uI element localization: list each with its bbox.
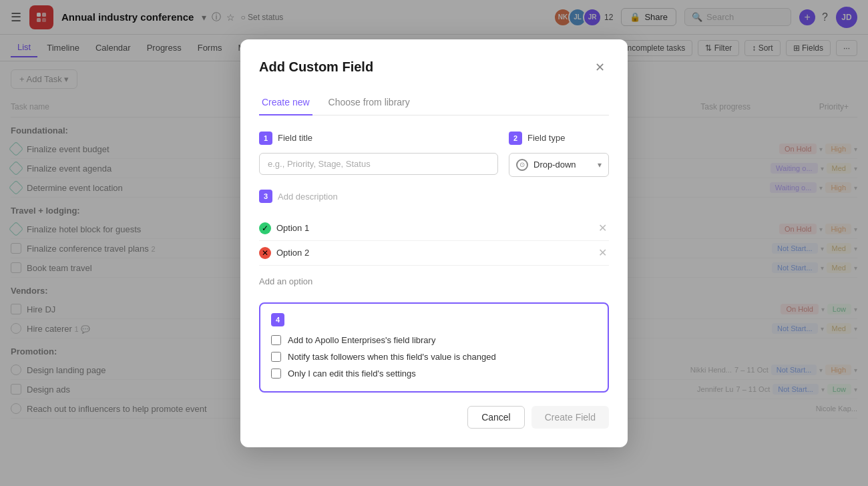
description-row: 3 Add description xyxy=(259,188,609,206)
checkbox-only-me[interactable] xyxy=(271,369,281,379)
checkbox-only-me-label: Only I can edit this field's settings xyxy=(288,369,416,379)
modal-header: Add Custom Field ✕ xyxy=(259,58,609,77)
option-row-1: ✓ ✕ xyxy=(259,216,609,241)
field-title-group: 1 Field title xyxy=(259,132,498,177)
add-description-input[interactable]: Add description xyxy=(278,188,338,206)
app-background: ☰ Annual industry conference ▾ ⓘ ☆ ○ Set… xyxy=(0,0,868,486)
step-1-badge: 1 xyxy=(259,132,272,145)
add-custom-field-modal: Add Custom Field ✕ Create new Choose fro… xyxy=(240,39,628,447)
cancel-button[interactable]: Cancel xyxy=(467,406,525,429)
modal-overlay: Add Custom Field ✕ Create new Choose fro… xyxy=(0,0,868,486)
checkbox-row-3: Only I can edit this field's settings xyxy=(271,365,597,382)
dropdown-circle-icon: ⊙ xyxy=(516,159,528,171)
tab-create-new[interactable]: Create new xyxy=(259,93,312,115)
field-type-group: 2 Field type ⊙ Drop-down ▾ xyxy=(509,132,609,177)
checkbox-row-1: Add to Apollo Enterprises's field librar… xyxy=(271,332,597,348)
checkbox-add-library[interactable] xyxy=(271,335,281,345)
field-title-type-row: 1 Field title 2 Field type ⊙ Drop-down ▾ xyxy=(259,132,609,177)
option-row-2: ✕ ✕ xyxy=(259,241,609,266)
add-option-button[interactable]: Add an option xyxy=(259,271,609,292)
step-2-badge: 2 xyxy=(509,132,522,145)
step-3-badge: 3 xyxy=(259,190,272,203)
add-option-label: Add an option xyxy=(259,276,312,286)
chevron-down-icon: ▾ xyxy=(598,160,602,170)
field-title-label: Field title xyxy=(278,133,312,143)
option-1-input[interactable] xyxy=(276,223,590,233)
option-1-remove[interactable]: ✕ xyxy=(596,222,609,235)
modal-footer: Cancel Create Field xyxy=(259,406,609,429)
create-field-button[interactable]: Create Field xyxy=(531,406,609,429)
field-title-input[interactable] xyxy=(259,153,498,175)
options-list: ✓ ✕ ✕ ✕ xyxy=(259,216,609,266)
tab-choose-from-library[interactable]: Choose from library xyxy=(326,93,413,115)
field-type-value: Drop-down xyxy=(533,160,576,170)
modal-title: Add Custom Field xyxy=(259,59,373,75)
checkbox-notify-followers[interactable] xyxy=(271,352,281,362)
option-2-remove[interactable]: ✕ xyxy=(596,246,609,260)
field-type-select[interactable]: ⊙ Drop-down ▾ xyxy=(509,153,609,177)
option-2-dot: ✕ xyxy=(259,247,271,259)
modal-close-button[interactable]: ✕ xyxy=(590,58,609,77)
field-type-label: Field type xyxy=(527,133,565,143)
step-4-badge: 4 xyxy=(271,313,284,326)
option-2-input[interactable] xyxy=(276,248,590,258)
checkbox-notify-followers-label: Notify task followers when this field's … xyxy=(288,352,496,362)
option-1-dot: ✓ xyxy=(259,222,271,234)
checkbox-add-library-label: Add to Apollo Enterprises's field librar… xyxy=(288,335,435,345)
modal-tabs: Create new Choose from library xyxy=(259,93,609,115)
checkbox-row-2: Notify task followers when this field's … xyxy=(271,348,597,365)
checkboxes-section: 4 Add to Apollo Enterprises's field libr… xyxy=(259,302,609,393)
